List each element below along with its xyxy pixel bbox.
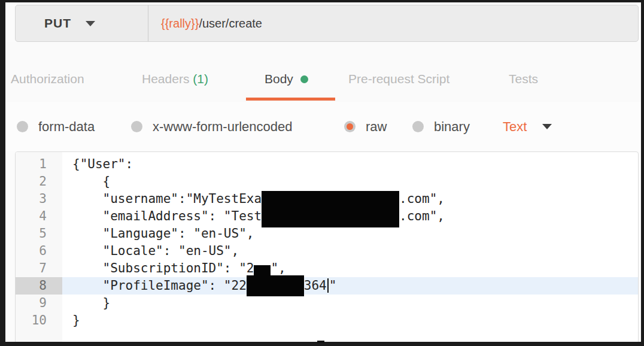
code-text: } (62, 312, 638, 329)
app-content: PUT {{rally}}/user/create Authorization … (5, 2, 641, 342)
tab-tests[interactable]: Tests (509, 72, 538, 86)
radio-icon (17, 121, 28, 132)
url-input[interactable]: {{rally}}/user/create (148, 17, 262, 31)
scrollbar-notch (317, 341, 324, 343)
body-type-binary[interactable]: binary (412, 102, 470, 151)
line-number: 9 (16, 295, 62, 312)
body-filled-indicator-icon (300, 75, 308, 83)
code-text: "Language": "en-US", (62, 225, 638, 242)
tab-body[interactable]: Body (265, 72, 308, 86)
body-type-raw[interactable]: raw (344, 102, 387, 151)
headers-count-badge: (1) (193, 72, 208, 86)
code-line[interactable]: 6 "Locale": "en-US", (16, 242, 638, 260)
line-number: 6 (16, 242, 62, 260)
code-text: "Locale": "en-US", (62, 242, 638, 260)
radio-icon (412, 121, 424, 132)
window-frame: PUT {{rally}}/user/create Authorization … (0, 0, 644, 346)
line-number: 3 (16, 190, 62, 208)
code-line[interactable]: 2 { (16, 173, 638, 190)
method-dropdown[interactable]: PUT (16, 5, 148, 41)
tab-authorization[interactable]: Authorization (11, 72, 84, 86)
code-text: "ProfileImage": "22364" (62, 277, 638, 295)
body-type-x-www-form-urlencoded[interactable]: x-www-form-urlencoded (131, 102, 293, 151)
chevron-down-icon (86, 21, 95, 26)
chevron-down-icon (542, 124, 552, 129)
text-cursor (327, 278, 329, 293)
code-line[interactable]: 8 "ProfileImage": "22364" (16, 277, 638, 295)
code-editor-lines: 1{"User":2 {3 "username":"MyTestExa.com"… (16, 152, 638, 329)
code-text: {"User": (62, 156, 638, 173)
radio-icon (131, 121, 142, 132)
line-number: 7 (16, 260, 62, 277)
code-text: "username":"MyTestExa.com", (62, 190, 638, 208)
code-line[interactable]: 1{"User": (16, 156, 638, 173)
format-dropdown-value: Text (503, 119, 527, 135)
url-path: /user/create (199, 17, 262, 30)
request-url-bar: PUT {{rally}}/user/create (15, 5, 639, 42)
body-type-form-data[interactable]: form-data (17, 102, 95, 151)
code-line[interactable]: 7 "SubscriptionID": "2", (16, 260, 638, 277)
tab-headers[interactable]: Headers (1) (142, 72, 208, 86)
code-line[interactable]: 10} (16, 312, 638, 329)
tab-pre-request-script[interactable]: Pre-request Script (348, 72, 449, 86)
url-environment-variable: {{rally}} (161, 17, 199, 30)
code-line[interactable]: 4 "emailAddress": "Test.com", (16, 208, 638, 225)
radio-selected-icon (344, 121, 356, 132)
line-number: 8 (16, 277, 62, 295)
line-number: 4 (16, 208, 62, 225)
format-dropdown[interactable]: Text (503, 102, 552, 151)
line-number: 2 (16, 173, 62, 190)
code-line[interactable]: 5 "Language": "en-US", (16, 225, 638, 242)
line-number: 10 (16, 312, 62, 329)
code-line[interactable]: 3 "username":"MyTestExa.com", (16, 190, 638, 208)
code-text: "SubscriptionID": "2", (62, 260, 638, 277)
body-type-row: form-data x-www-form-urlencoded raw bina… (5, 102, 641, 151)
code-line[interactable]: 9 } (16, 295, 638, 312)
code-text: "emailAddress": "Test.com", (62, 208, 638, 225)
code-text: } (62, 295, 638, 312)
code-text: { (62, 173, 638, 190)
request-tabs: Authorization Headers (1) Body Pre-reque… (5, 42, 641, 102)
method-label: PUT (44, 16, 71, 31)
line-number: 1 (16, 156, 62, 173)
body-editor[interactable]: 1{"User":2 {3 "username":"MyTestExa.com"… (15, 151, 639, 342)
line-number: 5 (16, 225, 62, 242)
active-tab-underline (246, 98, 335, 101)
